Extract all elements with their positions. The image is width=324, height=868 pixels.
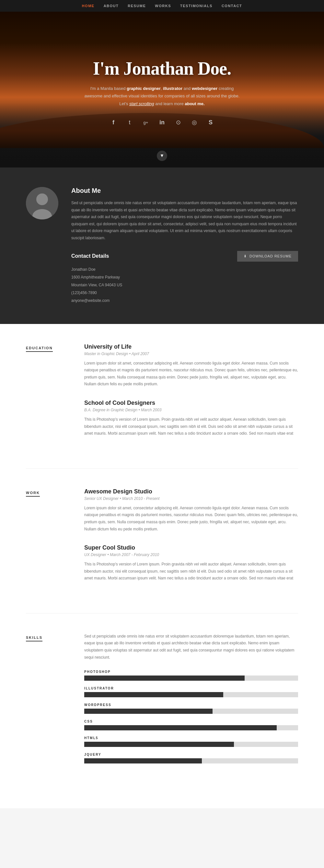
skill-css-label: CSS: [84, 720, 298, 723]
education-entry-2: School of Cool Designers B.A. Degree in …: [84, 400, 298, 437]
skill-wordpress-bar-fill: [84, 709, 213, 714]
education-label: EDUCATION: [26, 343, 65, 449]
skill-photoshop-label: PHOTOSHOP: [84, 670, 298, 674]
work-row: WORK Awesome Design Studio Senior UX Des…: [26, 488, 298, 594]
contact-email: anyone@website.com: [71, 297, 298, 305]
skill-illustrator: ILLUSTRATOR: [84, 686, 298, 697]
download-resume-label: Download Resume: [250, 254, 292, 258]
work-label: WORK: [26, 488, 65, 594]
download-resume-button[interactable]: ⬇ Download Resume: [237, 251, 298, 261]
edu1-degree: Master in Graphic Design: [84, 351, 128, 356]
skill-jquery-bar-fill: [84, 758, 202, 764]
work2-subtitle: UX Designer • March 2007 - February 2010: [84, 553, 298, 557]
skill-illustrator-bar-fill: [84, 692, 223, 697]
hero-section: I'm Jonathan Doe. I'm a Manila based gra…: [0, 12, 324, 167]
nav-resume[interactable]: RESUME: [128, 4, 146, 8]
linkedin-icon[interactable]: in: [157, 117, 167, 128]
instagram-icon[interactable]: ⊙: [173, 117, 183, 128]
facebook-icon[interactable]: f: [108, 117, 118, 128]
contact-address2: Mountain View, CA 94043 US: [71, 281, 298, 289]
work1-title: Awesome Design Studio: [84, 488, 298, 495]
section-divider-2: [26, 613, 298, 614]
about-title: About Me: [71, 187, 298, 194]
skill-photoshop: PHOTOSHOP: [84, 670, 298, 681]
education-row: EDUCATION University of Life Master in G…: [26, 343, 298, 449]
contact-name: Jonathan Doe: [71, 266, 298, 273]
nav-home[interactable]: HOME: [82, 4, 95, 8]
education-entry-1: University of Life Master in Graphic Des…: [84, 343, 298, 388]
nav-testimonials[interactable]: TESTIMONIALS: [180, 4, 213, 8]
work1-text: Lorem ipsum dolor sit amet, consectetur …: [84, 505, 298, 533]
work2-date-sep: •: [107, 553, 110, 557]
work2-title: Super Cool Studio: [84, 545, 298, 551]
skills-content: Sed ut perspiciatis unde omnis iste natu…: [84, 633, 298, 769]
work1-date-sep: •: [119, 496, 122, 501]
edu1-subtitle: Master in Graphic Design • April 2007: [84, 351, 298, 356]
download-icon: ⬇: [244, 254, 247, 258]
about-section: About Me Sed ut perspiciatis unde omnis …: [0, 167, 324, 324]
skill-css: CSS: [84, 720, 298, 731]
skills-row: SKILLS Sed ut perspiciatis unde omnis is…: [26, 633, 298, 769]
resume-section: EDUCATION University of Life Master in G…: [0, 324, 324, 809]
nav-about[interactable]: ABOUT: [104, 4, 119, 8]
work1-subtitle: Senior UX Designer • March 2010 - Presen…: [84, 496, 298, 501]
skill-html5-label: HTML5: [84, 736, 298, 740]
twitter-icon[interactable]: t: [124, 117, 135, 128]
hero-social: f t g+ in ⊙ ◎ S: [108, 117, 216, 128]
about-content: About Me Sed ut perspiciatis unde omnis …: [71, 187, 298, 305]
skills-label-text: SKILLS: [26, 636, 42, 642]
edu1-date: April 2007: [132, 351, 149, 356]
work2-role: UX Designer: [84, 553, 106, 557]
svg-point-1: [36, 193, 48, 205]
skill-illustrator-bar-bg: [84, 692, 298, 697]
skill-jquery-bar-bg: [84, 758, 298, 764]
avatar-image: [26, 187, 58, 219]
main-nav: HOME ABOUT RESUME WORKS TESTIMONIALS CON…: [0, 0, 324, 12]
edu1-title: University of Life: [84, 343, 298, 350]
nav-works[interactable]: WORKS: [155, 4, 171, 8]
edu2-title: School of Cool Designers: [84, 400, 298, 406]
hero-title: I'm Jonathan Doe.: [93, 58, 231, 79]
contact-address1: 1600 Amphitheatre Parkway: [71, 273, 298, 281]
education-content: University of Life Master in Graphic Des…: [84, 343, 298, 449]
skill-illustrator-label: ILLUSTRATOR: [84, 686, 298, 690]
skill-html5-bar-fill: [84, 742, 234, 747]
work-entry-1: Awesome Design Studio Senior UX Designer…: [84, 488, 298, 533]
edu1-text: Lorem ipsum dolor sit amet, consectetur …: [84, 360, 298, 388]
googleplus-icon[interactable]: g+: [141, 117, 151, 128]
skill-wordpress-bar-bg: [84, 709, 298, 714]
work2-date: March 2007 - February 2010: [110, 553, 159, 557]
avatar: [26, 187, 58, 219]
work2-text: This is Photoshop's version of Lorem ips…: [84, 561, 298, 582]
work-label-text: WORK: [26, 491, 40, 497]
skill-photoshop-bar-fill: [84, 676, 245, 681]
work-content: Awesome Design Studio Senior UX Designer…: [84, 488, 298, 594]
hero-subtitle: I'm a Manila based graphic designer, ill…: [84, 85, 240, 107]
skype-icon[interactable]: S: [206, 117, 216, 128]
edu2-date-sep: •: [138, 408, 141, 412]
contact-info: Jonathan Doe 1600 Amphitheatre Parkway M…: [71, 266, 298, 305]
skill-wordpress-label: WORDPRESS: [84, 703, 298, 707]
skill-jquery: JQUERY: [84, 753, 298, 764]
skill-html5-bar-bg: [84, 742, 298, 747]
contact-title-label: Contact Details: [71, 253, 109, 259]
skill-jquery-label: JQUERY: [84, 753, 298, 756]
skill-wordpress: WORDPRESS: [84, 703, 298, 714]
contact-phone: (123)456-7890: [71, 289, 298, 297]
edu2-text: This is Photoshop's version of Lorem ips…: [84, 416, 298, 437]
about-text: Sed ut perspiciatis unde omnis iste natu…: [71, 199, 298, 242]
work1-role: Senior UX Designer: [84, 496, 118, 501]
work-entry-2: Super Cool Studio UX Designer • March 20…: [84, 545, 298, 582]
skills-intro: Sed ut perspiciatis unde omnis iste natu…: [84, 633, 298, 661]
contact-details-header: Contact Details ⬇ Download Resume: [71, 251, 298, 261]
nav-contact[interactable]: CONTACT: [222, 4, 242, 8]
scroll-down-icon[interactable]: ▼: [157, 151, 167, 161]
education-label-text: EDUCATION: [26, 346, 53, 352]
section-divider: [26, 468, 298, 469]
edu1-date-sep: •: [129, 351, 132, 356]
dribbble-icon[interactable]: ◎: [189, 117, 200, 128]
skill-css-bar-bg: [84, 725, 298, 731]
edu2-subtitle: B.A. Degree in Graphic Design • March 20…: [84, 408, 298, 412]
edu2-date: March 2003: [141, 408, 161, 412]
work1-date: March 2010 - Present: [122, 496, 159, 501]
